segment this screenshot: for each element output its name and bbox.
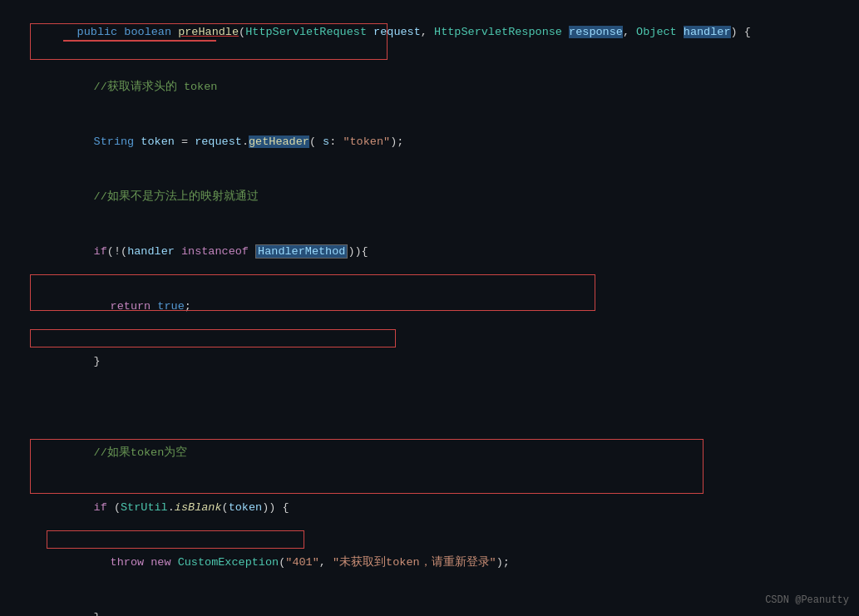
var-token: token — [141, 136, 175, 148]
code-line-8 — [37, 389, 859, 407]
code-line-9 — [37, 407, 859, 426]
code-line-6: return true; — [37, 279, 859, 334]
code-line-7: } — [37, 334, 859, 389]
comment-if-not-method: //如果不是方法上的映射就通过 — [94, 190, 259, 203]
type-customexception1: CustomException — [178, 556, 279, 569]
kw-string: String — [94, 136, 135, 148]
type-httpservletresponse: HttpServletResponse — [434, 26, 562, 38]
str-401a: "401" — [285, 556, 319, 569]
code-area: public boolean preHandle(HttpServletRequ… — [0, 0, 859, 616]
code-line-3: String token = request.getHeader( s: "to… — [37, 115, 859, 170]
comment-token-blank: //如果token为空 — [94, 446, 188, 459]
kw-boolean: boolean — [124, 26, 171, 38]
code-line-1: public boolean preHandle(HttpServletRequ… — [37, 5, 859, 60]
type-httpservletrequest: HttpServletRequest — [245, 26, 367, 38]
code-line-2: //获取请求头的 token — [37, 60, 859, 115]
kw-if2: if — [94, 501, 107, 514]
kw-public: public — [77, 26, 118, 38]
var-handler2: handler — [127, 245, 175, 258]
kw-new1: new — [151, 556, 170, 569]
code-line-12: throw new CustomException("401", "未获取到to… — [37, 535, 859, 590]
var-s: s — [323, 136, 329, 148]
code-line-10: //如果token为空 — [37, 426, 859, 480]
kw-true: true — [157, 300, 184, 313]
str-token: "token" — [343, 136, 390, 148]
fn-isblank: isBlank — [175, 501, 222, 514]
comment-get-token: //获取请求头的 token — [94, 81, 218, 93]
code-line-5: if(!(handler instanceof HandlerMethod)){ — [37, 224, 859, 279]
code-line-11: if (StrUtil.isBlank(token)) { — [37, 480, 859, 535]
var-handler: handler — [684, 26, 731, 38]
type-strutil: StrUtil — [121, 501, 168, 514]
kw-if: if — [94, 245, 107, 258]
kw-throw1: throw — [111, 556, 145, 569]
brace-close-2: } — [94, 611, 101, 616]
kw-return: return — [111, 300, 151, 313]
var-token2: token — [229, 501, 263, 514]
watermark: CSDN @Peanutty — [765, 591, 849, 609]
code-line-13: } — [37, 590, 859, 616]
code-line-4: //如果不是方法上的映射就通过 — [37, 170, 859, 224]
brace-close-1: } — [94, 355, 101, 367]
str-msg1: "未获取到token，请重新登录" — [333, 556, 496, 569]
var-request2: request — [195, 136, 242, 148]
fn-getheader: getHeader — [249, 136, 309, 148]
main-code-view: public boolean preHandle(HttpServletRequ… — [0, 0, 859, 616]
fn-prehandle: preHandle — [178, 26, 239, 38]
type-handlermethod: HandlerMethod — [255, 244, 348, 259]
var-response: response — [569, 26, 623, 38]
kw-instanceof: instanceof — [181, 245, 249, 258]
type-object: Object — [636, 26, 677, 38]
